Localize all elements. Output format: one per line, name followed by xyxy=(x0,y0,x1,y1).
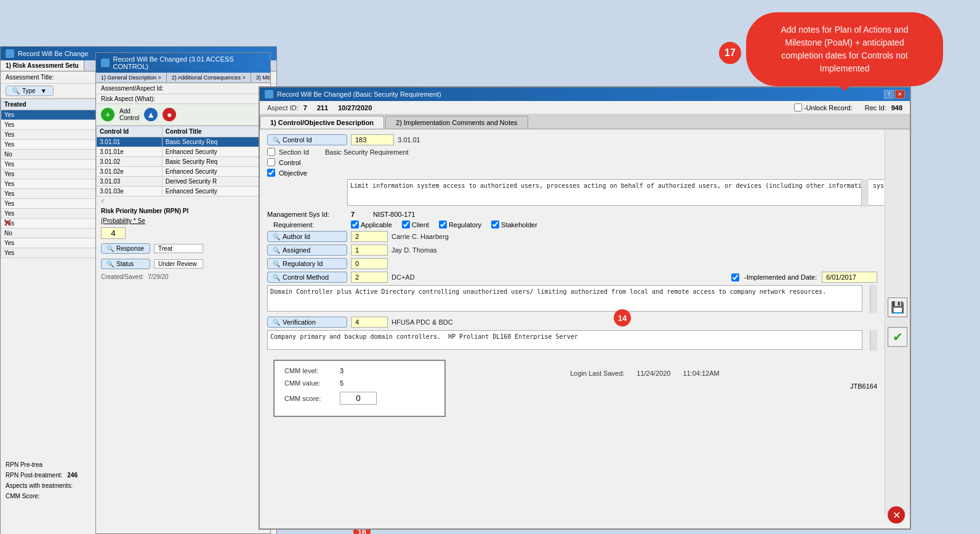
assessment-aspect-id-label: Assessment/Aspect Id: xyxy=(101,85,164,92)
rpn-label: Risk Priority Number (RPN) Pl xyxy=(96,206,270,216)
section-id-row: Section Id Basic Security Requirement xyxy=(267,148,877,156)
aspect-id-value2: 211 xyxy=(317,104,328,111)
control-id-input[interactable] xyxy=(351,134,394,145)
aspect-id-label: Aspect ID: xyxy=(267,104,299,111)
implemented-date-input[interactable] xyxy=(822,272,877,283)
tab-additional-cons[interactable]: 2) Additional Consequences > xyxy=(167,73,251,83)
control-id-cell: 3.01.02e xyxy=(97,167,163,177)
assigned-input[interactable] xyxy=(351,245,388,256)
tooltip-text: Add notes for Plan of Actions and Milest… xyxy=(781,25,908,73)
regulatory-id-row: 🔍 Regulatory Id xyxy=(267,258,877,269)
tab-impl-comments[interactable]: 2) Implementation Comments and Notes xyxy=(385,116,528,129)
login-info: Login Last Saved: 11/24/2020 11:04:12AM xyxy=(570,367,731,379)
control-method-row: 🔍 Control Method DC+AD -Implemented and … xyxy=(267,272,877,283)
verification-input[interactable] xyxy=(351,317,388,328)
close-btn[interactable]: ✕ xyxy=(895,90,905,99)
table-row[interactable]: 3.01.01Basic Security Req xyxy=(97,137,270,147)
verif-desc-textarea[interactable] xyxy=(267,330,862,350)
bottom-close-area: ✕ xyxy=(888,506,905,524)
login-time: 11:04:12AM xyxy=(683,370,719,377)
verif-desc-area xyxy=(267,330,877,351)
implemented-checkbox[interactable] xyxy=(731,273,739,281)
client-checkbox[interactable] xyxy=(402,220,410,229)
table-row[interactable]: 3.01.03Derived Security R xyxy=(97,177,270,187)
up-btn[interactable]: ▲ xyxy=(144,108,158,121)
regulatory-id-input[interactable] xyxy=(351,258,388,269)
assigned-btn[interactable]: 🔍 Assigned xyxy=(267,245,347,256)
unlock-record-checkbox[interactable] xyxy=(794,103,802,111)
tab-mitigation[interactable]: 3) Mitigation /Treatment Action > xyxy=(251,73,270,83)
control-title-cell: Enhanced Security xyxy=(162,187,270,196)
applicable-checkbox[interactable] xyxy=(351,220,359,229)
author-id-btn[interactable]: 🔍 Author Id xyxy=(267,231,347,242)
regulatory-checkbox[interactable] xyxy=(439,220,447,229)
tab-control-obj-desc[interactable]: 1) Control/Objective Description xyxy=(260,116,384,129)
control-id-btn[interactable]: 🔍 Control Id xyxy=(267,134,347,145)
tab-general-desc[interactable]: 1) General Description > xyxy=(96,73,167,83)
control-id-cell: 3.01.03 xyxy=(97,177,163,187)
control-title-cell: Enhanced Security xyxy=(162,167,270,177)
control-method-input[interactable] xyxy=(351,272,388,283)
main-dialog-tabs: 1) Control/Objective Description 2) Impl… xyxy=(260,115,910,129)
section-id-checkbox[interactable] xyxy=(267,148,275,156)
created-saved-row: Created/Saved: 7/29/20 xyxy=(96,272,270,282)
search-icon-status: 🔍 xyxy=(106,261,114,267)
mid-panel-title-bar: Record Will Be Changed (3.01 ACCESS CONT… xyxy=(101,55,265,70)
response-area: 🔍 Response Treat xyxy=(96,241,270,256)
mid-panel-window: Record Will Be Changed (3.01 ACCESS CONT… xyxy=(95,52,271,534)
bottom-close-btn[interactable]: ✕ xyxy=(888,506,905,524)
status-btn[interactable]: 🔍 Status xyxy=(101,259,150,269)
add-control-btn[interactable]: + xyxy=(101,108,114,121)
table-row[interactable]: 3.01.01eEnhanced Security xyxy=(97,147,270,157)
main-dialog-chrome: Record Will Be Changed (Basic Security R… xyxy=(260,87,910,101)
check-icon: ✔ xyxy=(893,330,903,344)
col-control-id: Control Id xyxy=(97,126,163,137)
rpn-input[interactable] xyxy=(101,227,126,239)
regulatory-id-btn[interactable]: 🔍 Regulatory Id xyxy=(267,258,347,269)
control-id-row: 🔍 Control Id 3.01.01 xyxy=(267,134,877,145)
control-id-cell: 3.01.01 xyxy=(97,137,163,147)
control-checkbox[interactable] xyxy=(267,158,275,166)
table-row[interactable]: 3.01.03eEnhanced Security xyxy=(97,187,270,196)
main-dialog-title: Record Will Be Changed (Basic Security R… xyxy=(277,91,441,98)
left-main-title: Record Will Be Change xyxy=(18,50,88,57)
response-btn[interactable]: 🔍 Response xyxy=(101,243,150,254)
close-left-main-btn[interactable]: ✕ xyxy=(3,216,12,230)
table-row[interactable]: 3.01.02Basic Security Req xyxy=(97,157,270,167)
mid-panel-chrome: Record Will Be Changed (3.01 ACCESS CONT… xyxy=(96,53,270,73)
login-last-saved-label: Login Last Saved: xyxy=(570,370,624,377)
table-row[interactable]: 3.01.02eEnhanced Security xyxy=(97,167,270,177)
stakeholder-checkbox[interactable] xyxy=(491,220,499,229)
check-btn[interactable]: ✔ xyxy=(888,327,907,347)
cmm-value-label: CMM value: xyxy=(284,379,340,387)
rec-id-value: 948 xyxy=(891,104,902,111)
author-id-input[interactable] xyxy=(351,231,388,242)
requirement-row: Requirement: Applicable Client Regulator… xyxy=(267,220,877,229)
verification-btn[interactable]: 🔍 Verification xyxy=(267,317,347,328)
control-method-btn[interactable]: 🔍 Control Method xyxy=(267,272,347,283)
assessment-title-label: Assessment Title: xyxy=(6,74,54,81)
description-textarea[interactable] xyxy=(347,179,885,206)
regulatory-checkbox-label[interactable]: Regulatory xyxy=(439,220,481,229)
aspect-id-value: 7 xyxy=(303,104,307,111)
search-icon-verif: 🔍 xyxy=(273,319,280,326)
mgmt-sys-id-value: 7 xyxy=(351,211,369,218)
help-btn[interactable]: ? xyxy=(884,90,894,99)
left-main-title-bar: Record Will Be Change xyxy=(6,49,88,58)
delete-btn[interactable]: ● xyxy=(163,108,176,121)
main-dialog: Record Will Be Changed (Basic Security R… xyxy=(259,86,911,530)
client-checkbox-label[interactable]: Client xyxy=(402,220,429,229)
cmm-score-input[interactable] xyxy=(340,392,377,405)
objective-checkbox[interactable] xyxy=(267,169,275,177)
save-btn[interactable]: 💾 xyxy=(888,297,907,317)
status-area: 🔍 Status Under Review xyxy=(96,256,270,272)
requirement-label: Requirement: xyxy=(273,221,341,229)
add-control-label: AddControl xyxy=(119,108,139,121)
tab-risk-assessment-setup[interactable]: 1) Risk Assessment Setu xyxy=(1,60,84,71)
type-dropdown[interactable]: 🔍 Type ▼ xyxy=(6,86,54,96)
ctrl-method-desc-textarea[interactable] xyxy=(267,285,862,312)
stakeholder-checkbox-label[interactable]: Stakeholder xyxy=(491,220,537,229)
search-icon-response: 🔍 xyxy=(106,245,114,252)
verification-row: 🔍 Verification HFUSA PDC & BDC xyxy=(267,317,877,328)
applicable-checkbox-label[interactable]: Applicable xyxy=(351,220,392,229)
